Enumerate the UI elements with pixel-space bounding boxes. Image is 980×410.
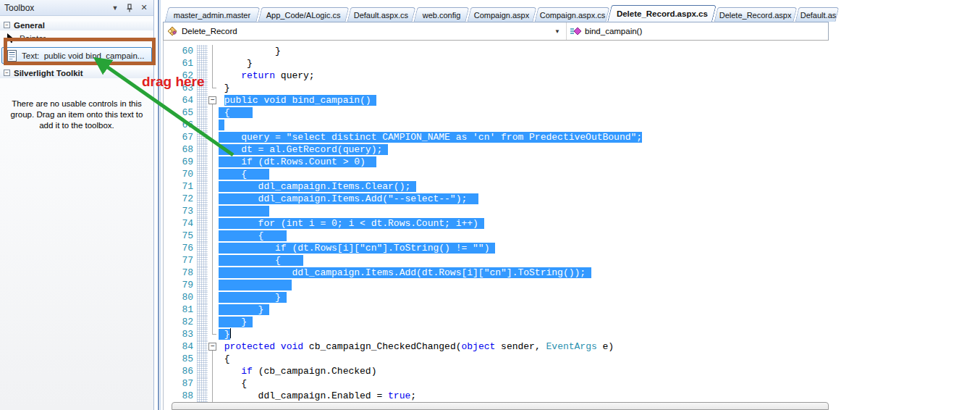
code-text[interactable]: { bbox=[217, 106, 253, 119]
code-area[interactable]: 60 }61 }62 return query;63 }64− public v… bbox=[163, 41, 829, 410]
code-line[interactable]: 75 { bbox=[164, 230, 829, 242]
code-line[interactable]: 76 if (dt.Rows[i]["cn"].ToString() != ""… bbox=[164, 242, 829, 254]
code-line[interactable]: 66 bbox=[164, 119, 829, 131]
code-text[interactable]: dt = al.GetRecord(query); bbox=[217, 143, 388, 156]
code-line[interactable]: 67 query = "select distinct CAMPION_NAME… bbox=[164, 131, 829, 143]
tab-default-as[interactable]: Default.as bbox=[795, 7, 840, 22]
toolbox-group-silverlight-toolkit[interactable]: − Silverlight Toolkit bbox=[0, 67, 153, 78]
code-segment: { bbox=[219, 378, 247, 389]
code-line[interactable]: 69 if (dt.Rows.Count > 0) bbox=[164, 156, 829, 168]
code-text[interactable]: public void bind_campain() bbox=[217, 94, 376, 106]
code-line[interactable]: 79 bbox=[164, 279, 829, 291]
code-line[interactable]: 88 ddl_campaign.Enabled = true; bbox=[164, 390, 829, 402]
code-line[interactable]: 70 { bbox=[164, 168, 829, 180]
code-text[interactable]: } bbox=[217, 82, 230, 94]
code-text[interactable]: if (cb_campaign.Checked) bbox=[217, 365, 376, 377]
types-dropdown[interactable]: Delete_Record ▼ bbox=[164, 22, 567, 40]
fold-toggle-minus-icon[interactable]: − bbox=[208, 343, 216, 351]
code-text[interactable]: { bbox=[217, 168, 269, 180]
fold-margin bbox=[208, 57, 217, 70]
code-text[interactable]: ddl_campaign.Items.Add(dt.Rows[i]["cn"].… bbox=[217, 267, 591, 279]
fold-line bbox=[212, 57, 213, 70]
fold-line bbox=[212, 156, 213, 168]
fold-line bbox=[212, 131, 213, 143]
toolbox-group-general[interactable]: − General bbox=[0, 20, 153, 30]
code-line[interactable]: 83 } bbox=[164, 328, 829, 340]
window-menu-icon[interactable]: ▼ bbox=[110, 3, 120, 13]
code-line[interactable]: 87 { bbox=[164, 377, 829, 390]
fold-line bbox=[212, 365, 213, 377]
tab-compaign-aspx[interactable]: Compaign.aspx bbox=[468, 7, 537, 22]
code-text[interactable]: { bbox=[217, 254, 303, 267]
code-line[interactable]: 84− protected void cb_campaign_CheckedCh… bbox=[164, 340, 829, 353]
toolbox-title-bar[interactable]: Toolbox ▼ ✕ bbox=[0, 0, 153, 16]
code-line[interactable]: 86 if (cb_campaign.Checked) bbox=[164, 365, 829, 377]
tab-delete-record-aspx[interactable]: Delete_Record.aspx bbox=[714, 7, 798, 22]
code-text[interactable]: } bbox=[217, 304, 269, 316]
tab-delete-record-aspx-cs[interactable]: Delete_Record.aspx.cs bbox=[607, 5, 717, 22]
collapse-minus-icon[interactable]: − bbox=[4, 22, 10, 28]
fold-line bbox=[212, 119, 213, 131]
close-icon[interactable]: ✕ bbox=[139, 3, 149, 13]
code-line[interactable]: 78 ddl_campaign.Items.Add(dt.Rows[i]["cn… bbox=[164, 267, 829, 279]
code-line[interactable]: 80 } bbox=[164, 291, 829, 304]
code-text[interactable]: ddl_campaign.Items.Add("--select--"); bbox=[217, 193, 478, 205]
fold-toggle-minus-icon[interactable]: − bbox=[208, 96, 216, 104]
code-text[interactable]: if (dt.Rows[i]["cn"].ToString() != "") bbox=[217, 242, 495, 254]
code-line[interactable]: 81 } bbox=[164, 304, 829, 316]
code-line[interactable]: 77 { bbox=[164, 254, 829, 267]
code-line[interactable]: 74 for (int i = 0; i < dt.Rows.Count; i+… bbox=[164, 217, 829, 230]
code-text[interactable]: } bbox=[217, 328, 231, 340]
tab-default-aspx-cs[interactable]: Default.aspx.cs bbox=[347, 7, 416, 22]
code-line[interactable]: 72 ddl_campaign.Items.Add("--select--"); bbox=[164, 193, 829, 205]
fold-margin bbox=[208, 254, 217, 267]
code-text[interactable]: query = "select distinct CAMPION_NAME as… bbox=[217, 131, 642, 143]
line-number: 72 bbox=[164, 193, 197, 205]
code-text[interactable]: if (dt.Rows.Count > 0) bbox=[217, 156, 376, 168]
code-text[interactable]: for (int i = 0; i < dt.Rows.Count; i++) bbox=[217, 217, 484, 230]
code-line[interactable]: 82 } bbox=[164, 316, 829, 328]
code-line[interactable]: 62 return query; bbox=[164, 70, 829, 82]
code-segment: cb_campaign_CheckedChanged( bbox=[303, 341, 461, 352]
code-segment: dt = al.GetRecord(query); bbox=[219, 144, 388, 155]
tab-web-config[interactable]: web.config bbox=[414, 7, 470, 22]
code-segment: } bbox=[219, 329, 230, 340]
code-text[interactable]: { bbox=[217, 353, 230, 365]
chevron-down-icon[interactable]: ▼ bbox=[554, 28, 560, 35]
code-line[interactable]: 71 ddl_campaign.Items.Clear(); bbox=[164, 180, 829, 193]
code-text[interactable] bbox=[217, 205, 269, 217]
fold-line bbox=[212, 70, 213, 82]
collapse-minus-icon[interactable]: − bbox=[4, 70, 10, 76]
code-line[interactable]: 60 } bbox=[164, 45, 829, 57]
tab-master-admin-master[interactable]: master_admin.master bbox=[165, 7, 261, 22]
code-line[interactable]: 65 { bbox=[164, 106, 829, 119]
code-segment: for (int i = 0; i < dt.Rows.Count; i++) bbox=[219, 218, 484, 229]
code-text[interactable]: } bbox=[217, 291, 287, 304]
code-text[interactable]: { bbox=[217, 230, 287, 242]
code-line[interactable]: 73 bbox=[164, 205, 829, 217]
code-line[interactable]: 68 dt = al.GetRecord(query); bbox=[164, 143, 829, 156]
code-line[interactable]: 61 } bbox=[164, 57, 829, 70]
code-text[interactable]: { bbox=[217, 377, 247, 390]
code-text[interactable]: return query; bbox=[217, 70, 315, 82]
tab-compaign-aspx-cs[interactable]: Compaign.aspx.cs bbox=[535, 7, 610, 22]
code-segment: EventArgs bbox=[546, 341, 597, 352]
code-text[interactable]: ddl_campaign.Items.Clear(); bbox=[217, 180, 416, 193]
fold-line bbox=[212, 353, 213, 365]
code-text[interactable] bbox=[217, 279, 292, 291]
line-number: 68 bbox=[164, 143, 197, 156]
code-line[interactable]: 64− public void bind_campain() bbox=[164, 94, 829, 106]
code-text[interactable]: } bbox=[217, 57, 253, 70]
code-text[interactable]: ddl_campaign.Enabled = true; bbox=[217, 390, 416, 402]
code-text[interactable]: } bbox=[217, 316, 253, 328]
tab-app-code-alogic-cs[interactable]: App_Code/ALogic.cs bbox=[258, 7, 350, 22]
members-dropdown[interactable]: bind_campain() bbox=[567, 22, 828, 40]
code-text[interactable]: protected void cb_campaign_CheckedChange… bbox=[217, 340, 614, 353]
code-segment: ddl_campaign.Items.Add(dt.Rows[i]["cn"].… bbox=[219, 267, 591, 278]
code-text[interactable] bbox=[217, 119, 224, 131]
code-line[interactable]: 63 } bbox=[164, 82, 829, 94]
code-line[interactable]: 85 { bbox=[164, 353, 829, 365]
pin-icon[interactable] bbox=[124, 3, 135, 13]
fold-line bbox=[212, 377, 213, 390]
code-text[interactable]: } bbox=[217, 45, 281, 57]
